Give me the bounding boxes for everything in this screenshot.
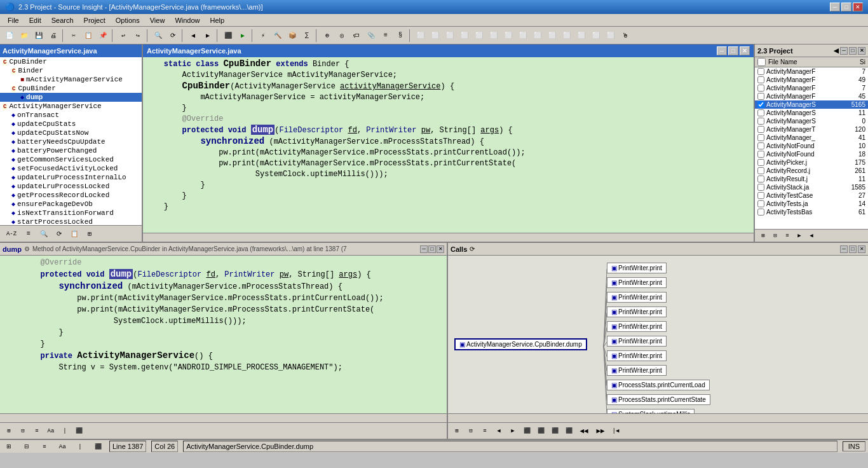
bt-btn3[interactable]: ≡ xyxy=(31,425,43,437)
maximize-btn[interactable]: □ xyxy=(841,3,851,11)
tb-redo[interactable]: ↪ xyxy=(131,29,145,43)
tree-item-mactivitymanagerservice[interactable]: ■mActivityManagerService xyxy=(0,75,142,84)
file-checkbox[interactable] xyxy=(757,142,764,149)
tb-open[interactable]: 📁 xyxy=(17,29,31,43)
tree-item-ontransact[interactable]: ◆onTransact xyxy=(0,111,142,120)
tb-copy[interactable]: 📋 xyxy=(81,29,95,43)
tb-cfg14[interactable]: ⬜ xyxy=(604,29,618,43)
file-item[interactable]: ActivityStack.ja1585 xyxy=(755,183,868,191)
call-node-2[interactable]: ▣PrintWriter.print xyxy=(607,277,667,289)
file-item[interactable]: ActivityPicker.j175 xyxy=(755,158,868,167)
bt-btn5[interactable]: | xyxy=(58,425,71,437)
call-node-3[interactable]: ▣PrintWriter.print xyxy=(607,291,667,303)
bt-btn1[interactable]: ⊞ xyxy=(3,425,15,437)
code-area[interactable]: static class CpuBinder extends Binder { … xyxy=(143,57,754,233)
tb-sync[interactable]: ⚡ xyxy=(256,29,270,43)
tb-mouse[interactable]: 🖱 xyxy=(618,29,632,43)
tree-filter[interactable]: ≡ xyxy=(22,227,36,241)
menu-project[interactable]: Project xyxy=(79,15,111,25)
menu-help[interactable]: Help xyxy=(205,15,230,25)
tree-item-updatelruprocessinternallo[interactable]: ◆updateLruProcessInternalLo xyxy=(0,173,142,182)
status-btn2[interactable]: ⊟ xyxy=(20,441,33,452)
ct-nav-prev[interactable]: ◀◀ xyxy=(576,425,592,437)
tb-cfg10[interactable]: ⬜ xyxy=(545,29,559,43)
file-item[interactable]: ActivityManagerF49 xyxy=(755,76,868,84)
ct-btn6[interactable]: ⬛ xyxy=(520,425,533,437)
file-checkbox[interactable] xyxy=(757,159,764,166)
tb-cfg12[interactable]: ⬜ xyxy=(574,29,588,43)
call-node-6[interactable]: ▣PrintWriter.print xyxy=(607,335,667,347)
tree-search[interactable]: 🔍 xyxy=(37,227,51,241)
tree-item-activitymanagerservice[interactable]: CActivityManagerService xyxy=(0,102,142,111)
rp-btn2[interactable]: ⊟ xyxy=(770,230,781,242)
calls-center-node[interactable]: ▣ActivityManagerService.CpuBinder.dump xyxy=(454,338,587,350)
tree-btn2[interactable]: ⊞ xyxy=(83,227,97,241)
status-btn5[interactable]: | xyxy=(74,441,86,452)
tb-cfg2[interactable]: ⬜ xyxy=(428,29,442,43)
file-checkbox[interactable] xyxy=(757,85,764,92)
ct-btn5[interactable]: ▶ xyxy=(506,425,519,437)
calls-min[interactable]: ─ xyxy=(840,245,848,253)
tree-az[interactable]: A-Z xyxy=(3,227,20,241)
ct-nav-next[interactable]: ▶▶ xyxy=(593,425,608,437)
tb-cut[interactable]: ✂ xyxy=(67,29,81,43)
file-item[interactable]: ActivityTests.ja14 xyxy=(755,200,868,208)
tb-undo[interactable]: ↩ xyxy=(116,29,130,43)
right-max[interactable]: □ xyxy=(849,47,857,55)
file-checkbox[interactable] xyxy=(757,192,764,199)
tree-item-updatecpustats[interactable]: ◆updateCpuStats xyxy=(0,120,142,128)
ct-btn9[interactable]: ⬛ xyxy=(562,425,575,437)
bottom-hscrollbar[interactable] xyxy=(0,413,447,422)
code-min[interactable]: ─ xyxy=(717,46,727,55)
menu-window[interactable]: Window xyxy=(170,15,205,25)
call-node-5[interactable]: ▣PrintWriter.print xyxy=(607,320,667,333)
tree-item-setfocusedactivitylocked[interactable]: ◆setFocusedActivityLocked xyxy=(0,164,142,173)
tb-new[interactable]: 📄 xyxy=(3,29,17,43)
file-item[interactable]: ActivityManagerT120 xyxy=(755,125,868,134)
file-item[interactable]: ActivityManagerF45 xyxy=(755,92,868,100)
menu-view[interactable]: View xyxy=(145,15,170,25)
tb-back[interactable]: ◀ xyxy=(186,29,200,43)
file-checkbox[interactable] xyxy=(757,76,764,83)
rp-btn5[interactable]: ◀ xyxy=(806,230,817,242)
tree-reload[interactable]: ⟳ xyxy=(52,227,66,241)
code-close[interactable]: ✕ xyxy=(740,46,750,55)
status-btn1[interactable]: ⊞ xyxy=(3,441,15,452)
tb-cfg6[interactable]: ⬜ xyxy=(487,29,501,43)
call-node-10[interactable]: ▣ProcessStats.printCurrentState xyxy=(607,394,710,406)
file-item[interactable]: ActivityManagerF7 xyxy=(755,84,868,92)
tree-item-getcommonserviceslocked[interactable]: ◆getCommonServicesLocked xyxy=(0,155,142,164)
menu-edit[interactable]: Edit xyxy=(24,15,46,25)
tree-item-cpubinder[interactable]: CCpuBinder xyxy=(0,84,142,93)
tree-item-dump[interactable]: ◆dump xyxy=(0,93,142,102)
tree-item-getprocessrecordlocked[interactable]: ◆getProcessRecordLocked xyxy=(0,191,142,200)
ct-btn8[interactable]: ⬛ xyxy=(548,425,561,437)
file-checkbox[interactable] xyxy=(757,126,764,133)
tb-build[interactable]: 🔨 xyxy=(271,29,285,43)
file-checkbox[interactable] xyxy=(757,68,764,75)
tb-print[interactable]: 🖨 xyxy=(46,29,60,43)
tb-tag[interactable]: 🏷 xyxy=(349,29,363,43)
file-checkbox[interactable] xyxy=(757,184,764,191)
tb-paste[interactable]: 📌 xyxy=(96,29,110,43)
file-checkbox[interactable] xyxy=(757,209,764,216)
ct-nav-end[interactable]: |◀ xyxy=(609,425,622,437)
tree-item-updatecpustatsnow[interactable]: ◆updateCpuStatsNow xyxy=(0,128,142,137)
file-item[interactable]: ActivityNotFound10 xyxy=(755,142,868,150)
status-btn6[interactable]: ⬛ xyxy=(92,441,104,452)
tb-cfg5[interactable]: ⬜ xyxy=(472,29,486,43)
call-node-7[interactable]: ▣PrintWriter.print xyxy=(607,350,667,362)
symbol-tree[interactable]: CCpuBinderCBinder■mActivityManagerServic… xyxy=(0,57,142,225)
calls-area[interactable]: ▣ActivityManagerService.CpuBinder.dump ▣… xyxy=(448,256,868,413)
tb-cfg3[interactable]: ⬜ xyxy=(443,29,457,43)
tb-cfg11[interactable]: ⬜ xyxy=(560,29,574,43)
bt-btn2[interactable]: ⊟ xyxy=(17,425,29,437)
file-checkbox[interactable] xyxy=(757,101,764,108)
tb-save[interactable]: 💾 xyxy=(32,29,46,43)
tree-item-startprocesslocked[interactable]: ◆startProcessLocked xyxy=(0,217,142,225)
file-item[interactable]: ActivityTestCase27 xyxy=(755,191,868,200)
tree-item-batterypowerchanged[interactable]: ◆batteryPowerChanged xyxy=(0,146,142,155)
call-node-9[interactable]: ▣ProcessStats.printCurrentLoad xyxy=(607,379,710,391)
ct-btn2[interactable]: ⊟ xyxy=(465,425,477,437)
code-hscrollbar[interactable] xyxy=(143,233,754,242)
